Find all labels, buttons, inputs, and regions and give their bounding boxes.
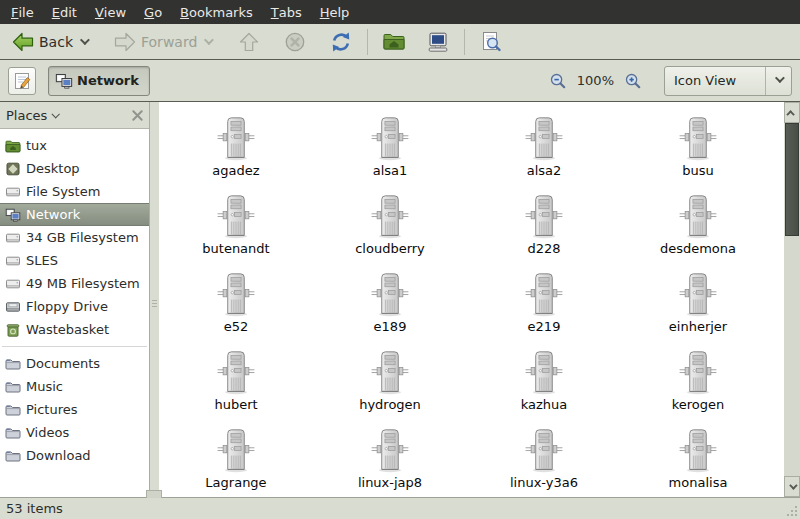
scroll-down-button[interactable] — [784, 476, 800, 497]
path-button-network[interactable]: Network — [48, 66, 150, 96]
edit-location-button[interactable] — [8, 67, 36, 95]
back-button[interactable]: Back — [6, 27, 92, 57]
server-butenandt[interactable]: butenandt — [159, 186, 313, 264]
server-e189[interactable]: e189 — [313, 264, 467, 342]
splitter-grip[interactable] — [152, 300, 157, 309]
sidebar-item-network[interactable]: Network — [0, 203, 149, 226]
search-button[interactable] — [474, 27, 508, 57]
network-server-icon — [215, 194, 257, 240]
server-kazhua[interactable]: kazhua — [467, 342, 621, 420]
drive-icon — [5, 230, 21, 246]
drive-icon — [5, 253, 21, 269]
computer-button[interactable] — [421, 27, 455, 57]
server-label: linux-y3a6 — [510, 475, 578, 490]
sidebar-item-34-gb-filesystem[interactable]: 34 GB Filesystem — [0, 226, 149, 249]
sidebar-item-label: Videos — [26, 425, 69, 440]
network-server-icon — [677, 428, 719, 474]
sidebar-item-documents[interactable]: Documents — [0, 352, 149, 375]
path-button-label: Network — [77, 73, 139, 88]
server-label: alsa2 — [527, 163, 562, 178]
floppy-icon — [5, 299, 21, 315]
menu-item-view[interactable]: View — [86, 0, 135, 24]
menu-item-tabs[interactable]: Tabs — [262, 0, 311, 24]
server-label: hubert — [214, 397, 257, 412]
server-cloudberry[interactable]: cloudberry — [313, 186, 467, 264]
server-agadez[interactable]: agadez — [159, 108, 313, 186]
up-button — [232, 27, 266, 57]
network-server-icon — [523, 350, 565, 396]
sidebar-item-music[interactable]: Music — [0, 375, 149, 398]
sidebar-item-tux[interactable]: tux — [0, 134, 149, 157]
home-button[interactable] — [377, 27, 411, 57]
zoom-in-icon[interactable] — [624, 72, 642, 90]
server-desdemona[interactable]: desdemona — [621, 186, 775, 264]
server-alsa1[interactable]: alsa1 — [313, 108, 467, 186]
server-label: cloudberry — [355, 241, 425, 256]
server-d228[interactable]: d228 — [467, 186, 621, 264]
icon-grid: agadez alsa1 alsa2 busu butenandt — [159, 108, 783, 497]
sidebar-splitter[interactable] — [150, 102, 159, 497]
icon-view[interactable]: agadez alsa1 alsa2 busu butenandt — [159, 102, 783, 497]
drive-icon — [5, 276, 21, 292]
folder-icon — [5, 379, 21, 395]
server-monalisa[interactable]: monalisa — [621, 420, 775, 497]
network-icon — [5, 207, 21, 223]
server-busu[interactable]: busu — [621, 108, 775, 186]
menu-item-file[interactable]: File — [2, 0, 43, 24]
view-selector-dropdown[interactable] — [765, 67, 791, 95]
menu-item-bookmarks[interactable]: Bookmarks — [171, 0, 262, 24]
back-history-chevron-down-icon[interactable] — [80, 35, 90, 45]
server-hydrogen[interactable]: hydrogen — [313, 342, 467, 420]
server-label: d228 — [527, 241, 560, 256]
zoom-level: 100% — [577, 73, 614, 88]
sidebar-item-pictures[interactable]: Pictures — [0, 398, 149, 421]
sidebar-item-file-system[interactable]: File System — [0, 180, 149, 203]
reload-button[interactable] — [324, 27, 358, 57]
server-label: einherjer — [669, 319, 727, 334]
forward-arrow-icon — [113, 30, 137, 54]
forward-history-chevron-down-icon — [204, 35, 214, 45]
server-Lagrange[interactable]: Lagrange — [159, 420, 313, 497]
server-alsa2[interactable]: alsa2 — [467, 108, 621, 186]
menu-item-help[interactable]: Help — [311, 0, 359, 24]
zoom-out-icon[interactable] — [549, 72, 567, 90]
close-icon[interactable] — [132, 110, 143, 121]
sidebar-item-label: Wastebasket — [26, 322, 109, 337]
sidebar-item-download[interactable]: Download — [0, 444, 149, 467]
sidebar-item-label: Pictures — [26, 402, 77, 417]
sidebar-item-wastebasket[interactable]: Wastebasket — [0, 318, 149, 341]
network-server-icon — [523, 428, 565, 474]
server-kerogen[interactable]: kerogen — [621, 342, 775, 420]
scrollbar-track[interactable] — [784, 123, 800, 476]
folder-icon — [5, 448, 21, 464]
sidebar-item-desktop[interactable]: Desktop — [0, 157, 149, 180]
sidebar-item-label: Download — [26, 448, 91, 463]
server-hubert[interactable]: hubert — [159, 342, 313, 420]
vertical-scrollbar[interactable] — [783, 102, 800, 497]
menu-item-edit[interactable]: Edit — [43, 0, 86, 24]
chevron-down-icon — [789, 481, 797, 489]
reload-icon — [329, 30, 353, 54]
server-e52[interactable]: e52 — [159, 264, 313, 342]
sidebar-item-videos[interactable]: Videos — [0, 421, 149, 444]
scroll-up-button[interactable] — [784, 102, 800, 123]
server-linux-jap8[interactable]: linux-jap8 — [313, 420, 467, 497]
sidebar-item-label: 34 GB Filesystem — [26, 230, 139, 245]
item-count: 53 items — [6, 501, 63, 516]
menubar: File Edit View Go Bookmarks Tabs Help — [0, 0, 800, 24]
location-bar: Network 100% Icon View — [0, 60, 800, 102]
menu-item-go[interactable]: Go — [135, 0, 171, 24]
sidebar-item-49-mb-filesystem[interactable]: 49 MB Filesystem — [0, 272, 149, 295]
scrollbar-thumb[interactable] — [785, 123, 799, 236]
network-server-icon — [215, 350, 257, 396]
sidebar-item-floppy-drive[interactable]: Floppy Drive — [0, 295, 149, 318]
server-label: e52 — [224, 319, 249, 334]
view-selector[interactable]: Icon View — [664, 66, 792, 96]
server-label: agadez — [212, 163, 259, 178]
sidebar-item-sles[interactable]: SLES — [0, 249, 149, 272]
server-einherjer[interactable]: einherjer — [621, 264, 775, 342]
server-linux-y3a6[interactable]: linux-y3a6 — [467, 420, 621, 497]
server-e219[interactable]: e219 — [467, 264, 621, 342]
window-resize-grip[interactable] — [785, 504, 799, 518]
sidebar-header[interactable]: Places — [0, 102, 149, 129]
